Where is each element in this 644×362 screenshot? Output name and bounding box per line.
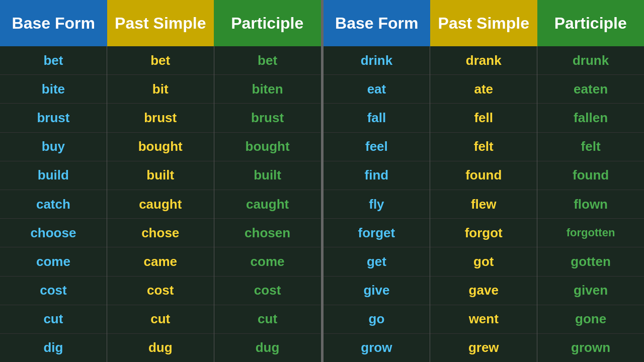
cell: eat bbox=[324, 75, 430, 104]
cell: cost bbox=[214, 277, 321, 305]
cell: chose bbox=[107, 219, 214, 247]
cell: give bbox=[324, 277, 430, 305]
cell: feel bbox=[324, 133, 430, 161]
cell: caught bbox=[107, 190, 214, 219]
cell: grow bbox=[324, 334, 430, 362]
left-base-form-col: bet bite brust buy build catch choose co… bbox=[0, 46, 107, 362]
cell: found bbox=[430, 161, 537, 190]
cell: dig bbox=[0, 334, 107, 362]
left-past-simple-col: bet bit brust bought built caught chose … bbox=[107, 46, 214, 362]
cell: felt bbox=[537, 133, 644, 161]
cell: gotten bbox=[537, 247, 644, 276]
cell: bet bbox=[0, 46, 107, 75]
cell: fall bbox=[324, 104, 430, 132]
right-participle-col: drunk eaten fallen felt found flown forg… bbox=[537, 46, 644, 362]
cell: fly bbox=[324, 190, 430, 219]
cell: choose bbox=[0, 219, 107, 247]
left-participle-col: bet biten brust bought built caught chos… bbox=[214, 46, 321, 362]
cell: cost bbox=[0, 277, 107, 305]
cell: drink bbox=[324, 46, 430, 75]
right-header-base-form: Base Form bbox=[324, 0, 431, 46]
cell: biten bbox=[214, 75, 321, 104]
cell: grown bbox=[537, 334, 644, 362]
cell: bite bbox=[0, 75, 107, 104]
cell: forgotten bbox=[537, 219, 644, 247]
cell: come bbox=[0, 247, 107, 276]
cell: given bbox=[537, 277, 644, 305]
cell: brust bbox=[0, 104, 107, 132]
cell: bit bbox=[107, 75, 214, 104]
cell: cut bbox=[107, 305, 214, 334]
cell: go bbox=[324, 305, 430, 334]
cell: ate bbox=[430, 75, 537, 104]
cell: dug bbox=[214, 334, 321, 362]
cell: forgot bbox=[430, 219, 537, 247]
cell: bought bbox=[214, 133, 321, 161]
cell: get bbox=[324, 247, 430, 276]
right-base-form-col: drink eat fall feel find fly forget get … bbox=[324, 46, 430, 362]
cell: forget bbox=[324, 219, 430, 247]
left-header-past-simple: Past Simple bbox=[107, 0, 214, 46]
cell: gone bbox=[537, 305, 644, 334]
cell: caught bbox=[214, 190, 321, 219]
cell: built bbox=[214, 161, 321, 190]
cell: brust bbox=[214, 104, 321, 132]
cell: chosen bbox=[214, 219, 321, 247]
cell: catch bbox=[0, 190, 107, 219]
cell: built bbox=[107, 161, 214, 190]
cell: bet bbox=[107, 46, 214, 75]
cell: dug bbox=[107, 334, 214, 362]
cell: cut bbox=[0, 305, 107, 334]
cell: drunk bbox=[537, 46, 644, 75]
cell: cost bbox=[107, 277, 214, 305]
cell: eaten bbox=[537, 75, 644, 104]
cell: got bbox=[430, 247, 537, 276]
cell: cut bbox=[214, 305, 321, 334]
cell: flown bbox=[537, 190, 644, 219]
cell: flew bbox=[430, 190, 537, 219]
left-header-base-form: Base Form bbox=[0, 0, 107, 46]
cell: fallen bbox=[537, 104, 644, 132]
cell: build bbox=[0, 161, 107, 190]
cell: found bbox=[537, 161, 644, 190]
cell: brust bbox=[107, 104, 214, 132]
cell: grew bbox=[430, 334, 537, 362]
cell: went bbox=[430, 305, 537, 334]
main-table: Base Form Past Simple Participle bet bit… bbox=[0, 0, 644, 362]
cell: bought bbox=[107, 133, 214, 161]
cell: bet bbox=[214, 46, 321, 75]
cell: came bbox=[107, 247, 214, 276]
right-header-participle: Participle bbox=[537, 0, 645, 46]
cell: gave bbox=[430, 277, 537, 305]
cell: find bbox=[324, 161, 430, 190]
right-header-past-simple: Past Simple bbox=[430, 0, 537, 46]
cell: felt bbox=[430, 133, 537, 161]
cell: drank bbox=[430, 46, 537, 75]
right-past-simple-col: drank ate fell felt found flew forgot go… bbox=[430, 46, 537, 362]
left-header-participle: Participle bbox=[214, 0, 321, 46]
cell: fell bbox=[430, 104, 537, 132]
cell: buy bbox=[0, 133, 107, 161]
cell: come bbox=[214, 247, 321, 276]
